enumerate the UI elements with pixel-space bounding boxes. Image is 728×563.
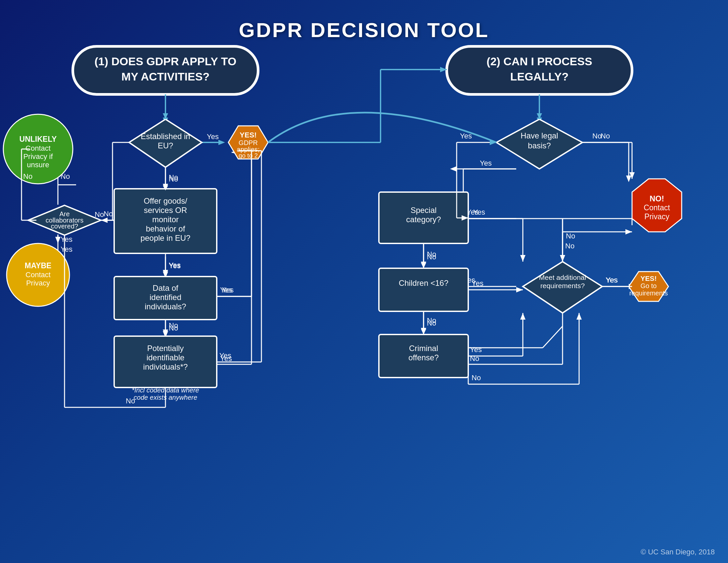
svg-text:Established in: Established in: [141, 132, 190, 141]
svg-text:No: No: [169, 324, 178, 332]
svg-text:Yes: Yes: [61, 245, 72, 253]
svg-text:Contact: Contact: [25, 270, 51, 279]
svg-text:No: No: [427, 253, 436, 261]
svg-text:Yes: Yes: [220, 286, 232, 294]
svg-text:offense?: offense?: [408, 353, 439, 362]
svg-text:covered?: covered?: [51, 222, 78, 230]
svg-text:MAYBE: MAYBE: [25, 261, 52, 270]
svg-text:(2)  CAN I PROCESS: (2) CAN I PROCESS: [486, 55, 592, 68]
svg-text:LEGALLY?: LEGALLY?: [510, 70, 569, 83]
svg-text:identified: identified: [150, 293, 181, 302]
svg-text:behavior of: behavior of: [146, 224, 185, 233]
svg-text:YES!: YES!: [240, 131, 256, 139]
svg-marker-189: [625, 229, 632, 234]
svg-text:No: No: [601, 132, 610, 140]
svg-marker-159: [55, 237, 61, 243]
svg-text:go to 2: go to 2: [239, 152, 258, 159]
svg-text:requirements: requirements: [629, 290, 668, 297]
svg-text:Meet additional: Meet additional: [539, 273, 586, 281]
svg-text:Yes: Yes: [207, 132, 219, 141]
svg-text:MY ACTIVITIES?: MY ACTIVITIES?: [121, 70, 209, 83]
svg-marker-179: [576, 313, 582, 320]
svg-text:No: No: [427, 319, 436, 327]
svg-text:Go to: Go to: [641, 282, 657, 290]
svg-text:Data of: Data of: [153, 284, 178, 293]
svg-marker-214: [421, 262, 426, 268]
svg-text:services OR: services OR: [144, 206, 187, 214]
svg-marker-11: [218, 140, 225, 145]
svg-text:Have legal: Have legal: [521, 131, 558, 140]
svg-text:identifiable: identifiable: [147, 353, 185, 362]
svg-marker-174: [520, 313, 525, 320]
svg-text:Privacy: Privacy: [26, 279, 50, 287]
svg-text:basis?: basis?: [528, 141, 551, 150]
svg-text:GDPR: GDPR: [239, 139, 258, 146]
copyright: © UC San Diego, 2018: [641, 548, 715, 556]
svg-text:No: No: [566, 232, 575, 240]
svg-text:Contact: Contact: [25, 144, 51, 152]
svg-text:UNLIKELY: UNLIKELY: [20, 135, 57, 143]
svg-text:Yes: Yes: [169, 261, 181, 269]
svg-text:Criminal: Criminal: [409, 344, 438, 353]
svg-text:YES!: YES!: [640, 274, 657, 282]
svg-text:EU?: EU?: [158, 141, 173, 150]
svg-text:Yes: Yes: [480, 159, 492, 167]
svg-text:NO!: NO!: [650, 194, 664, 203]
svg-marker-57: [626, 175, 631, 182]
svg-text:monitor: monitor: [152, 215, 179, 224]
svg-text:Special: Special: [411, 206, 437, 214]
svg-text:Yes: Yes: [472, 279, 483, 288]
svg-text:(1) DOES GDPR APPLY TO: (1) DOES GDPR APPLY TO: [95, 55, 237, 68]
svg-text:Potentially: Potentially: [147, 344, 184, 353]
svg-text:No: No: [472, 374, 481, 382]
svg-text:No: No: [592, 132, 602, 140]
svg-text:unsure: unsure: [27, 161, 49, 169]
svg-marker-167: [520, 255, 525, 261]
svg-text:Yes: Yes: [606, 276, 618, 284]
svg-text:Yes: Yes: [219, 352, 231, 360]
svg-text:Children <16?: Children <16?: [399, 278, 448, 288]
svg-text:Yes: Yes: [473, 208, 485, 216]
svg-text:No: No: [104, 210, 113, 218]
svg-text:No: No: [565, 242, 574, 250]
svg-rect-134: [379, 268, 468, 311]
svg-marker-170: [516, 287, 523, 293]
svg-text:No: No: [95, 210, 104, 218]
svg-text:Privacy: Privacy: [644, 212, 669, 221]
svg-text:No: No: [169, 175, 178, 183]
svg-text:requirements?: requirements?: [540, 282, 585, 290]
svg-text:Yes: Yes: [61, 235, 72, 243]
svg-marker-53: [450, 166, 457, 171]
svg-text:Contact: Contact: [644, 203, 670, 212]
svg-text:individuals?: individuals?: [145, 302, 186, 311]
svg-text:Offer goods/: Offer goods/: [144, 196, 187, 205]
svg-marker-217: [421, 329, 426, 335]
svg-text:Privacy if: Privacy if: [23, 152, 53, 161]
svg-text:individuals*?: individuals*?: [143, 362, 188, 371]
svg-text:Yes: Yes: [470, 346, 482, 354]
svg-line-74: [543, 326, 563, 348]
svg-text:No: No: [23, 172, 32, 180]
svg-text:No: No: [126, 397, 135, 405]
svg-text:category?: category?: [406, 215, 441, 224]
svg-text:people in EU?: people in EU?: [141, 233, 191, 242]
